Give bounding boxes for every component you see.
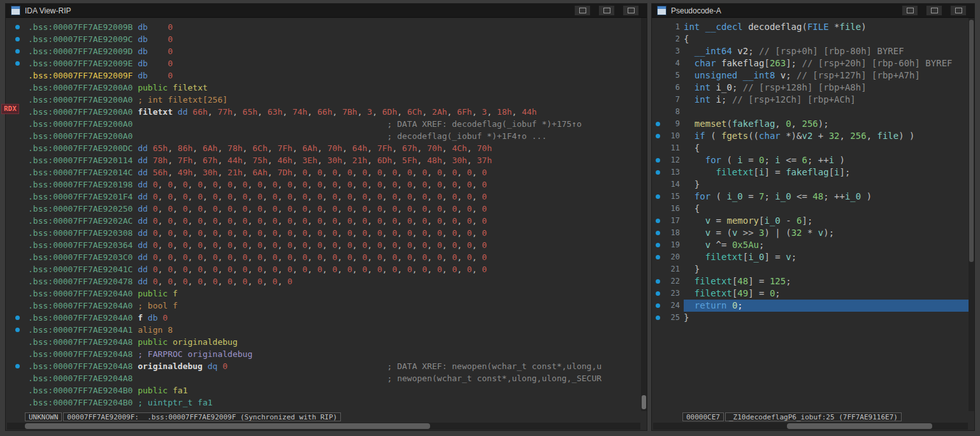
number-literal[interactable]: 0 xyxy=(317,180,322,189)
pseudocode-line[interactable]: 22 filetxt[48] = 125; xyxy=(652,275,969,287)
disasm-line[interactable]: .bss:00007FF7AE92009B db 0 xyxy=(6,21,641,33)
number-literal[interactable]: 0 xyxy=(317,252,322,262)
number-literal[interactable]: 0 xyxy=(227,192,233,201)
disasm-line[interactable]: .bss:00007FF7AE92009D db 0 xyxy=(6,45,641,57)
number-literal[interactable]: 0 xyxy=(287,216,292,226)
disasm-line[interactable]: .bss:00007FF7AE9201F4 dd 0, 0, 0, 0, 0, … xyxy=(6,191,641,203)
keyword[interactable]: unsigned xyxy=(695,70,737,80)
xref-comment[interactable]: ; DATA XREF: decodeflag(_iobuf *)+175↑o xyxy=(387,119,582,129)
disasm-line[interactable]: .bss:00007FF7AE9200DC dd 65h, 86h, 6Ah, … xyxy=(6,142,641,154)
disasm-line[interactable]: .bss:00007FF7AE9204A8 ; FARPROC original… xyxy=(6,348,641,360)
mnemonic[interactable]: dq xyxy=(208,361,218,371)
breakpoint-dot[interactable] xyxy=(652,312,663,324)
number-literal[interactable]: 0 xyxy=(347,252,352,262)
number-literal[interactable]: 0 xyxy=(467,265,472,274)
number-literal[interactable]: 0 xyxy=(257,180,263,189)
number-literal[interactable]: 0 xyxy=(377,180,382,189)
identifier[interactable]: v2 xyxy=(737,46,748,56)
mnemonic[interactable]: dd xyxy=(138,252,148,262)
pseudocode-line[interactable]: 12 for ( i = 0; i <= 6; ++i ) xyxy=(652,154,969,166)
number-literal[interactable]: 37h xyxy=(477,156,492,165)
number-literal[interactable]: 0 xyxy=(467,192,472,201)
number-literal[interactable]: 0 xyxy=(168,277,173,286)
pseudocode-line[interactable]: 13 filetxt[i] = fakeflag[i]; xyxy=(652,166,969,178)
disasm-line[interactable]: .bss:00007FF7AE9204A8 ; newopen(wchar_t … xyxy=(6,372,641,384)
number-literal[interactable]: 0 xyxy=(347,180,352,189)
address[interactable]: .bss:00007FF7AE92009B xyxy=(28,22,133,32)
disasm-line[interactable]: .bss:00007FF7AE9204A0 f db 0 xyxy=(6,312,641,324)
mnemonic[interactable]: dd xyxy=(138,277,148,286)
number-literal[interactable]: 0 xyxy=(198,265,203,274)
local-variable[interactable]: fakeflag xyxy=(786,167,828,177)
number-literal[interactable]: 0 xyxy=(227,216,233,226)
number-literal[interactable]: 7Bh xyxy=(342,107,357,117)
public-symbol[interactable]: f xyxy=(173,289,178,298)
disasm-line[interactable]: .bss:00007FF7AE920478 dd 0, 0, 0, 0, 0, … xyxy=(6,275,641,287)
number-literal[interactable]: 0 xyxy=(257,277,263,286)
number-literal[interactable]: 0 xyxy=(198,240,203,250)
number-literal[interactable]: 0 xyxy=(198,252,203,262)
number-literal[interactable]: 30h xyxy=(452,156,466,165)
number-literal[interactable]: 0 xyxy=(347,204,352,214)
public-keyword[interactable]: public xyxy=(138,289,168,298)
number-literal[interactable]: 0 xyxy=(407,192,412,201)
number-literal[interactable]: 0 xyxy=(407,228,412,238)
number-literal[interactable]: 6Dh xyxy=(382,107,397,117)
keyword[interactable]: return xyxy=(695,300,727,310)
number-literal[interactable]: 0 xyxy=(407,216,412,226)
disasm-line[interactable]: .bss:00007FF7AE9200A0 ; decodeflag(_iobu… xyxy=(6,130,641,142)
mnemonic[interactable]: db xyxy=(138,34,148,44)
local-variable[interactable]: i_0 xyxy=(748,252,764,262)
number-literal[interactable]: 7Fh xyxy=(178,156,192,165)
breakpoint-dot[interactable] xyxy=(652,191,663,203)
number-literal[interactable]: 0 xyxy=(168,265,173,274)
number-literal[interactable]: 6Dh xyxy=(377,156,392,165)
public-keyword[interactable]: public xyxy=(138,386,168,395)
data-symbol[interactable]: originaldebug xyxy=(138,361,203,371)
number-literal[interactable]: 256 xyxy=(850,131,866,141)
mnemonic[interactable]: dd xyxy=(138,143,148,153)
number-literal[interactable]: 0 xyxy=(168,216,173,226)
number-literal[interactable]: 7Fh xyxy=(377,143,392,153)
number-literal[interactable]: 0 xyxy=(153,216,158,226)
number-literal[interactable]: 0 xyxy=(377,265,382,274)
number-literal[interactable]: 18h xyxy=(497,107,512,117)
number-literal[interactable]: 0 xyxy=(227,180,233,189)
local-variable[interactable]: i_0 xyxy=(726,191,742,201)
number-literal[interactable]: 6Ah xyxy=(252,168,267,177)
number-literal[interactable]: 0 xyxy=(257,204,263,214)
number-literal[interactable]: 7Fh xyxy=(277,143,292,153)
identifier[interactable]: i xyxy=(716,94,721,105)
pseudocode-line[interactable]: 10 if ( fgets((char *)&v2 + 32, 256, fil… xyxy=(652,130,969,142)
number-literal[interactable]: 0 xyxy=(227,204,233,214)
number-literal[interactable]: 0 xyxy=(347,265,352,274)
local-variable[interactable]: v xyxy=(705,240,710,250)
number-literal[interactable]: 0 xyxy=(222,361,227,371)
number-literal[interactable]: 0 xyxy=(287,277,292,286)
address[interactable]: .bss:00007FF7AE92009D xyxy=(28,47,133,56)
number-literal[interactable]: 0 xyxy=(437,252,442,262)
pseudocode-line[interactable]: 15 for ( i_0 = 7; i_0 <= 48; ++i_0 ) xyxy=(652,191,969,203)
disassembly-listing[interactable]: .bss:00007FF7AE92009B db 0.bss:00007FF7A… xyxy=(6,18,641,411)
address[interactable]: .bss:00007FF7AE920308 xyxy=(28,228,133,238)
keyword[interactable]: FILE xyxy=(807,22,829,32)
public-symbol[interactable]: fa1 xyxy=(173,386,187,395)
number-literal[interactable]: 0 xyxy=(257,252,263,262)
address[interactable]: .bss:00007FF7AE9204B0 xyxy=(28,386,133,395)
mnemonic[interactable]: dd xyxy=(138,228,148,238)
local-variable[interactable]: v xyxy=(786,252,791,262)
mnemonic[interactable]: dd xyxy=(138,156,148,165)
local-variable[interactable]: v xyxy=(818,228,823,238)
address[interactable]: .bss:00007FF7AE9200A0 xyxy=(28,95,133,105)
breakpoint-dot[interactable] xyxy=(652,154,663,166)
pseudocode-line[interactable]: 24 return 0; xyxy=(652,300,969,312)
dock-icon[interactable] xyxy=(574,5,591,16)
number-literal[interactable]: 0 xyxy=(168,22,173,32)
item-marker-dot[interactable] xyxy=(15,364,20,368)
disasm-line[interactable]: .bss:00007FF7AE9204A0 public f xyxy=(6,287,641,300)
disasm-line[interactable]: .bss:00007FF7AE920114 dd 78h, 7Fh, 67h, … xyxy=(6,154,641,166)
pseudocode-line[interactable]: 21 } xyxy=(652,263,969,275)
number-literal[interactable]: 0 xyxy=(377,216,382,226)
keyword[interactable]: if xyxy=(695,131,705,141)
number-literal[interactable]: 263 xyxy=(770,58,786,68)
